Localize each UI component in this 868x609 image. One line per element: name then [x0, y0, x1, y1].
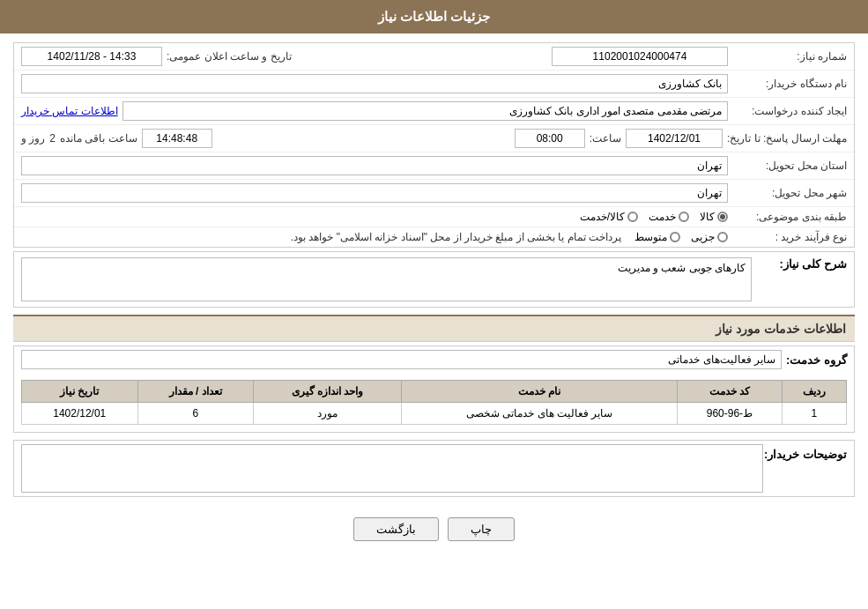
city-row: شهر محل تحویل: تهران: [14, 180, 854, 207]
cell-quantity: 6: [137, 403, 253, 425]
creator-label: ایجاد کننده درخواست:: [732, 105, 847, 117]
col-date: تاریخ نیاز: [22, 381, 138, 403]
category-kala-khedmat: کالا/خدمت: [580, 211, 638, 223]
category-kala-khedmat-radio: [627, 212, 638, 222]
deadline-days-label: روز و: [21, 132, 45, 145]
group-value: سایر فعالیت‌های خدماتی: [21, 350, 782, 369]
main-info-block: شماره نیاز: 1102001024000474 تاریخ و ساع…: [13, 42, 855, 248]
purchase-jozii-radio: [717, 232, 728, 242]
footer-buttons: چاپ بازگشت: [13, 504, 855, 554]
purchase-motavset-radio: [670, 232, 680, 242]
org-name-value: بانک کشاورزی: [21, 74, 728, 93]
deadline-time-label: ساعت:: [590, 132, 621, 145]
contact-link[interactable]: اطلاعات تماس خریدار: [21, 105, 118, 117]
purchase-jozii: جزیی: [691, 231, 728, 243]
service-table: ردیف کد خدمت نام خدمت واحد اندازه گیری ت…: [21, 380, 847, 425]
announce-label: تاریخ و ساعت اعلان عمومی:: [167, 50, 292, 63]
purchase-jozii-label: جزیی: [691, 231, 715, 243]
deadline-remaining-label: ساعت باقی مانده: [60, 132, 137, 145]
cell-code: ط-96-960: [678, 403, 782, 425]
purchase-motavset: متوسط: [634, 231, 680, 243]
province-label: استان محل تحویل:: [732, 160, 847, 172]
col-quantity: تعداد / مقدار: [137, 381, 253, 403]
deadline-label: مهلت ارسال پاسخ: تا تاریخ:: [727, 132, 847, 145]
org-name-label: نام دستگاه خریدار:: [732, 78, 847, 90]
category-label: طبقه بندی موضوعی:: [732, 211, 847, 223]
col-name: نام خدمت: [402, 381, 678, 403]
category-khedmat-label: خدمت: [649, 211, 676, 223]
purchase-motavset-label: متوسط: [634, 231, 667, 243]
cell-date: 1402/12/01: [22, 403, 138, 425]
group-service-row: گروه خدمت: سایر فعالیت‌های خدماتی: [14, 346, 854, 373]
deadline-time: 08:00: [515, 129, 585, 148]
need-number-value: 1102001024000474: [552, 47, 728, 66]
city-value: تهران: [21, 183, 728, 203]
need-desc-block: شرح کلی نیاز: کارهای جوبی شعب و مدیریت: [13, 251, 855, 308]
deadline-date: 1402/12/01: [626, 129, 723, 148]
print-button[interactable]: چاپ: [448, 517, 515, 541]
city-label: شهر محل تحویل:: [732, 187, 847, 199]
creator-row: ایجاد کننده درخواست: مرتضی مقدمی متصدی ا…: [14, 98, 854, 125]
cell-unit: مورد: [253, 403, 401, 425]
buyer-desc-row: توضیحات خریدار:: [14, 441, 854, 496]
category-kala: کالا: [700, 211, 728, 223]
creator-value: مرتضی مقدمی متصدی امور اداری بانک کشاورز…: [122, 101, 728, 121]
buyer-desc-block: توضیحات خریدار:: [13, 440, 855, 497]
category-row: طبقه بندی موضوعی: کالا خدمت کالا/خدمت: [14, 207, 854, 227]
buyer-desc-textarea[interactable]: [21, 444, 763, 493]
need-desc-row: شرح کلی نیاز: کارهای جوبی شعب و مدیریت: [14, 252, 854, 307]
category-khedmat: خدمت: [649, 211, 689, 223]
service-table-wrapper: ردیف کد خدمت نام خدمت واحد اندازه گیری ت…: [14, 373, 854, 432]
category-kala-khedmat-label: کالا/خدمت: [580, 211, 625, 223]
category-kala-label: کالا: [700, 211, 715, 223]
service-block: گروه خدمت: سایر فعالیت‌های خدماتی ردیف ک…: [13, 345, 855, 433]
purchase-note: پرداخت تمام یا بخشی از مبلغ خریدار از مح…: [21, 231, 621, 243]
need-desc-value: کارهای جوبی شعب و مدیریت: [21, 257, 752, 301]
need-desc-label: شرح کلی نیاز:: [759, 257, 847, 271]
service-section-title: اطلاعات خدمات مورد نیاز: [13, 315, 855, 342]
col-row: ردیف: [782, 381, 846, 403]
buyer-desc-label: توضیحات خریدار:: [768, 444, 847, 461]
need-number-label: شماره نیاز:: [732, 50, 847, 63]
table-row: 1 ط-96-960 سایر فعالیت های خدماتی شخصی م…: [22, 403, 847, 425]
province-value: تهران: [21, 156, 728, 175]
deadline-row: مهلت ارسال پاسخ: تا تاریخ: 1402/12/01 سا…: [14, 125, 854, 152]
purchase-type-row: نوع فرآیند خرید : جزیی متوسط پرداخت تمام…: [14, 227, 854, 247]
cell-name: سایر فعالیت های خدماتی شخصی: [402, 403, 678, 425]
deadline-remaining: 14:48:48: [142, 129, 212, 148]
purchase-type-label: نوع فرآیند خرید :: [732, 231, 847, 243]
province-row: استان محل تحویل: تهران: [14, 152, 854, 180]
group-label: گروه خدمت:: [786, 353, 847, 367]
col-unit: واحد اندازه گیری: [253, 381, 401, 403]
org-name-row: نام دستگاه خریدار: بانک کشاورزی: [14, 71, 854, 98]
category-khedmat-radio: [679, 212, 689, 222]
page-title: جزئیات اطلاعات نیاز: [0, 0, 868, 33]
col-code: کد خدمت: [678, 381, 782, 403]
announce-value: 1402/11/28 - 14:33: [21, 47, 162, 66]
category-kala-radio: [717, 212, 728, 222]
need-number-row: شماره نیاز: 1102001024000474 تاریخ و ساع…: [14, 43, 854, 71]
back-button[interactable]: بازگشت: [353, 517, 439, 541]
deadline-days: 2: [49, 132, 56, 145]
category-options: کالا خدمت کالا/خدمت: [580, 211, 728, 223]
purchase-type-options: جزیی متوسط: [634, 231, 728, 243]
cell-row: 1: [782, 403, 846, 425]
